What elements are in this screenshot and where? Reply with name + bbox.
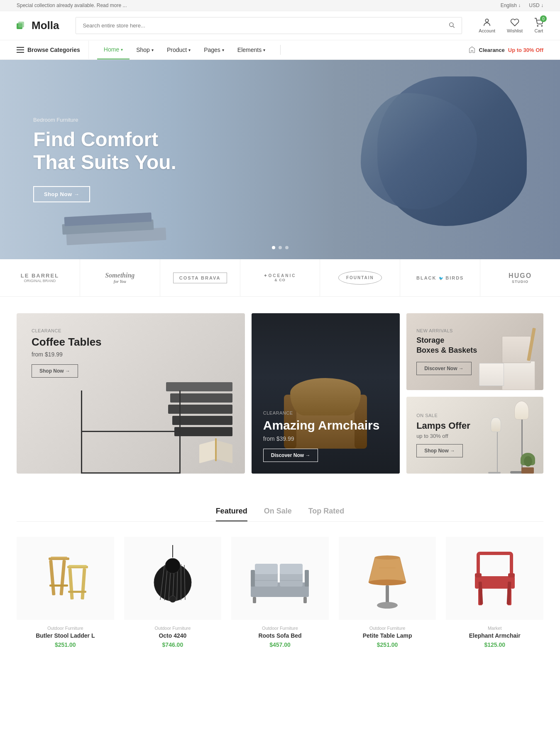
- nav-pages[interactable]: Pages ▾: [197, 41, 231, 59]
- search-input[interactable]: [76, 17, 442, 34]
- hero-dots: [272, 246, 289, 249]
- nav-divider: [280, 45, 281, 55]
- product-category-1: Outdoor Furniture: [17, 626, 114, 631]
- svg-rect-1: [18, 22, 24, 27]
- svg-rect-39: [303, 597, 307, 603]
- promo-armchairs[interactable]: Clearance Amazing Armchairs from $39.99 …: [252, 313, 400, 474]
- language-selector[interactable]: English ↓: [501, 2, 521, 8]
- nav-shop[interactable]: Shop ▾: [130, 41, 160, 59]
- hero-cta-button[interactable]: Shop Now →: [33, 186, 90, 202]
- brand-oceanic[interactable]: ✦OCEANIC & co: [240, 259, 320, 296]
- chevron-down-icon: ▾: [188, 48, 191, 52]
- card4-subtitle: up to 30% off: [416, 433, 533, 439]
- product-name-4: Petite Table Lamp: [339, 632, 436, 639]
- svg-rect-16: [68, 565, 87, 567]
- currency-selector[interactable]: USD ↓: [529, 2, 543, 8]
- tab-featured[interactable]: Featured: [216, 507, 247, 521]
- products-tabs: Featured On Sale Top Rated: [17, 507, 543, 522]
- logo[interactable]: Molla: [17, 19, 59, 32]
- heart-icon: [510, 18, 519, 27]
- product-name-3: Roots Sofa Bed: [231, 632, 329, 639]
- tab-top-rated[interactable]: Top Rated: [308, 507, 345, 521]
- svg-point-4: [486, 19, 489, 22]
- svg-rect-35: [280, 572, 303, 587]
- product-card-4[interactable]: Outdoor Furniture Petite Table Lamp $251…: [339, 537, 436, 648]
- products-grid: Outdoor Furniture Butler Stool Ladder L …: [17, 537, 543, 648]
- hero-banner: Bedroom Furniture Find Comfort That Suit…: [0, 60, 560, 259]
- product-image-5: [446, 537, 543, 620]
- hero-title: Find Comfort That Suits You.: [33, 128, 176, 174]
- top-bar-right: English ↓ USD ↓: [501, 2, 543, 8]
- logo-icon: [17, 20, 30, 32]
- svg-rect-11: [51, 557, 67, 558]
- product-price-4: $251.00: [339, 641, 436, 648]
- svg-rect-53: [475, 573, 482, 577]
- product-price-2: $746.00: [124, 641, 222, 648]
- card2-cta[interactable]: Discover Now →: [263, 449, 318, 462]
- header-actions: Account Wishlist 0 Cart: [479, 18, 543, 33]
- brand-fountain[interactable]: FOUNTAIN: [320, 259, 400, 296]
- product-card-1[interactable]: Outdoor Furniture Butler Stool Ladder L …: [17, 537, 114, 648]
- hero-dot-3[interactable]: [285, 246, 289, 249]
- clearance-nav[interactable]: Clearance Up to 30% Off: [468, 46, 543, 54]
- promo-coffee-tables[interactable]: Clearance Coffee Tables from $19.99 Shop…: [17, 313, 245, 474]
- product-image-3: [231, 537, 329, 620]
- armchair-svg: [466, 545, 524, 612]
- chevron-down-icon: ▾: [263, 48, 265, 52]
- svg-rect-14: [49, 585, 68, 587]
- svg-rect-33: [305, 570, 309, 587]
- card4-title: Lamps Offer: [416, 420, 533, 431]
- brand-costa-brava[interactable]: COSTA BRAVA: [160, 259, 240, 296]
- product-card-5[interactable]: Market Elephant Armchair $125.00: [446, 537, 543, 648]
- svg-rect-18: [81, 568, 86, 599]
- product-card-3[interactable]: Outdoor Furniture Roots Sofa Bed $457.00: [231, 537, 329, 648]
- search-bar: [76, 17, 462, 34]
- chevron-down-icon: ▾: [121, 47, 123, 52]
- card2-tag: Clearance: [263, 410, 388, 415]
- svg-point-5: [537, 25, 538, 26]
- product-image-1: [17, 537, 114, 620]
- tag-icon: [468, 46, 476, 54]
- nav-product[interactable]: Product ▾: [160, 41, 197, 59]
- brand-le-barrel[interactable]: LE BARREL Original Brand: [0, 259, 80, 296]
- svg-rect-32: [251, 570, 255, 587]
- cart-label: Cart: [535, 28, 543, 33]
- product-price-5: $125.00: [446, 641, 543, 648]
- card4-cta[interactable]: Shop Now →: [416, 444, 463, 457]
- brand-hugo[interactable]: HUGO Studio: [480, 259, 560, 296]
- hero-dot-1[interactable]: [272, 246, 275, 249]
- clearance-label: Clearance: [479, 47, 505, 53]
- nav-items: Home ▾ Shop ▾ Product ▾ Pages ▾ Elements…: [97, 40, 272, 59]
- product-image-4: [339, 537, 436, 620]
- svg-point-2: [450, 23, 453, 27]
- search-button[interactable]: [442, 17, 462, 34]
- tab-on-sale[interactable]: On Sale: [264, 507, 292, 521]
- brand-blackbirds[interactable]: BLACK 🐦 BIRDS: [400, 259, 480, 296]
- card1-cta[interactable]: Shop Now →: [32, 364, 78, 378]
- hero-dot-2[interactable]: [279, 246, 282, 249]
- brand-something[interactable]: Something for You: [80, 259, 160, 296]
- card1-tag: Clearance: [32, 328, 230, 333]
- card3-title: StorageBoxes & Baskets: [416, 336, 533, 355]
- card1-title: Coffee Tables: [32, 336, 230, 349]
- wishlist-label: Wishlist: [507, 28, 523, 33]
- nav-home[interactable]: Home ▾: [97, 40, 130, 59]
- chevron-down-icon: ▾: [222, 48, 224, 52]
- cart-button[interactable]: 0 Cart: [534, 18, 543, 33]
- account-button[interactable]: Account: [479, 18, 495, 33]
- wishlist-button[interactable]: Wishlist: [507, 18, 523, 33]
- chevron-down-icon: ▾: [152, 48, 154, 52]
- card3-cta[interactable]: Discover Now →: [416, 362, 472, 375]
- card1-price: from $19.99: [32, 351, 230, 358]
- stool-svg: [36, 545, 94, 612]
- svg-rect-37: [280, 564, 303, 574]
- product-name-1: Butler Stool Ladder L: [17, 632, 114, 639]
- browse-categories-button[interactable]: Browse Categories: [17, 41, 89, 59]
- account-icon: [482, 18, 492, 27]
- nav-elements[interactable]: Elements ▾: [231, 41, 272, 59]
- product-card-2[interactable]: Outdoor Furniture Octo 4240 $746.00: [124, 537, 222, 648]
- product-price-3: $457.00: [231, 641, 329, 648]
- promo-storage[interactable]: New Arrivals StorageBoxes & Baskets Disc…: [406, 313, 543, 390]
- promo-lamps[interactable]: On Sale Lamps Offer up to 30% off Shop N…: [406, 397, 543, 474]
- svg-line-3: [453, 26, 455, 28]
